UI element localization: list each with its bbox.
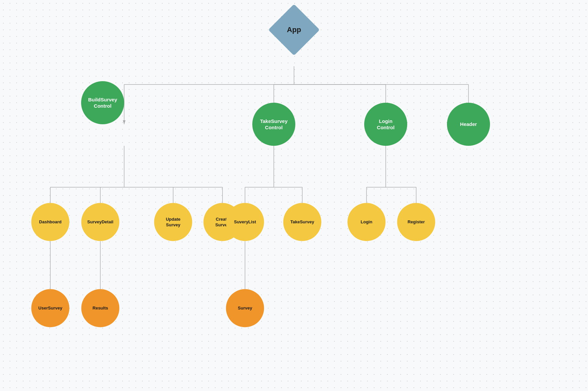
results-node: Results (81, 289, 120, 327)
dashboard-node: Dashboard (31, 203, 70, 241)
register-node: Register (397, 203, 435, 241)
update-survey-node: UpdateSurvey (154, 203, 192, 241)
take-survey-node: TakeSurvey (283, 203, 321, 241)
app-label: App (276, 12, 312, 48)
suvery-list-node: SuveryList (226, 203, 264, 241)
login-node: Login (348, 203, 386, 241)
diagram-container: App BuildSurveyControl TakeSurveyControl… (0, 0, 588, 391)
take-survey-control-node: TakeSurveyControl (252, 103, 295, 146)
login-control-node: LoginControl (364, 103, 407, 146)
app-node: App (276, 12, 312, 48)
survey-detail-node: SurveyDetail (81, 203, 120, 241)
survey-node: Survey (226, 289, 264, 327)
svg-marker-3 (123, 120, 125, 124)
build-survey-control-node: BuildSurveyControl (81, 81, 124, 124)
user-survey-node: UserSurvey (31, 289, 70, 327)
connector-lines (0, 0, 588, 391)
header-node: Header (447, 103, 490, 146)
